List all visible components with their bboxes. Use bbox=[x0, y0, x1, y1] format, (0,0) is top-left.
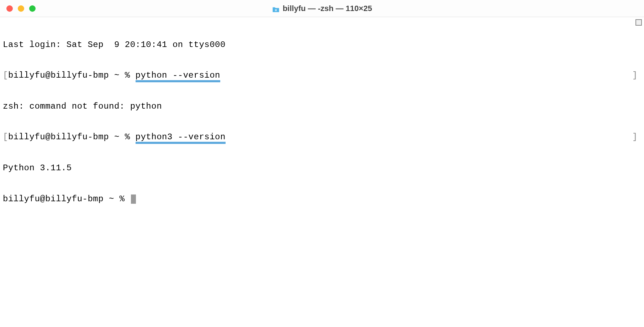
cursor bbox=[131, 194, 136, 204]
terminal-window: billyfu — -zsh — 110×25 Last login: Sat … bbox=[0, 0, 644, 327]
terminal-line-last-login: Last login: Sat Sep 9 20:10:41 on ttys00… bbox=[3, 40, 641, 50]
folder-icon bbox=[272, 5, 280, 12]
minimize-button[interactable] bbox=[18, 5, 24, 12]
bracket-open: [ bbox=[3, 71, 8, 80]
terminal-line-prompt1: [billyfu@billyfu-bmp ~ % python --versio… bbox=[3, 71, 641, 81]
terminal-line-prompt3: billyfu@billyfu-bmp ~ % bbox=[3, 194, 641, 204]
prompt2-command: python3 --version bbox=[136, 132, 226, 144]
close-button[interactable] bbox=[6, 5, 13, 12]
scrollbar-indicator-icon bbox=[635, 19, 642, 26]
terminal-line-output2: Python 3.11.5 bbox=[3, 163, 641, 173]
window-title-content: billyfu — -zsh — 110×25 bbox=[272, 4, 372, 13]
output2-text: Python 3.11.5 bbox=[3, 163, 72, 173]
bracket-close: ] bbox=[632, 71, 638, 81]
output1-text: zsh: command not found: python bbox=[3, 102, 162, 111]
terminal-body[interactable]: Last login: Sat Sep 9 20:10:41 on ttys00… bbox=[0, 17, 644, 327]
scrollbar-area[interactable] bbox=[633, 17, 644, 28]
bracket-close: ] bbox=[632, 132, 638, 142]
window-title: billyfu — -zsh — 110×25 bbox=[283, 4, 372, 13]
svg-rect-0 bbox=[275, 9, 277, 11]
titlebar[interactable]: billyfu — -zsh — 110×25 bbox=[0, 0, 644, 17]
prompt2-prefix: billyfu@billyfu-bmp ~ % bbox=[8, 132, 136, 142]
last-login-text: Last login: Sat Sep 9 20:10:41 on ttys00… bbox=[3, 40, 226, 50]
prompt1-prefix: billyfu@billyfu-bmp ~ % bbox=[8, 71, 136, 80]
maximize-button[interactable] bbox=[29, 5, 36, 12]
prompt3-prefix: billyfu@billyfu-bmp ~ % bbox=[3, 194, 130, 204]
terminal-line-prompt2: [billyfu@billyfu-bmp ~ % python3 --versi… bbox=[3, 132, 641, 142]
bracket-open: [ bbox=[3, 132, 8, 142]
terminal-line-output1: zsh: command not found: python bbox=[3, 102, 641, 112]
traffic-lights bbox=[0, 5, 36, 12]
prompt1-command: python --version bbox=[136, 71, 220, 82]
